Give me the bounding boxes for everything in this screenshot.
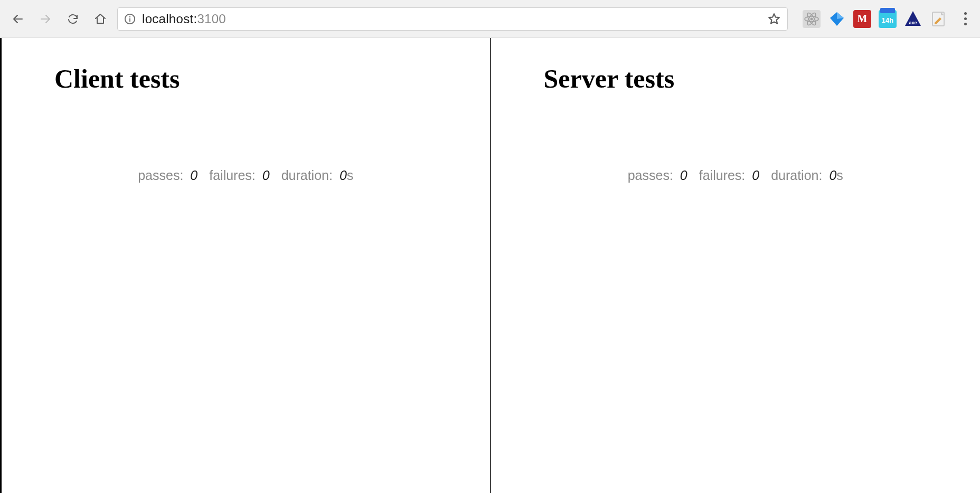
duration-value: 0	[829, 168, 836, 183]
server-failures: failures: 0	[699, 168, 759, 183]
extension-timer[interactable]: 14h	[879, 10, 897, 28]
extension-mendeley[interactable]: M	[853, 10, 871, 28]
menu-dot-icon	[964, 17, 967, 20]
svg-rect-2	[129, 18, 130, 21]
passes-label: passes:	[138, 168, 183, 183]
extension-mendeley-label: M	[858, 13, 868, 25]
client-tests-stats: passes: 0 failures: 0 duration: 0s	[2, 168, 490, 183]
url-host: localhost:	[142, 12, 197, 26]
duration-label: duration:	[281, 168, 333, 183]
url-port: 3100	[197, 12, 226, 26]
extension-timer-label: 14h	[882, 17, 893, 24]
site-info-icon[interactable]	[124, 13, 136, 25]
server-tests-stats: passes: 0 failures: 0 duration: 0s	[491, 168, 981, 183]
passes-value: 0	[190, 168, 197, 183]
extensions-area: M 14h axe	[797, 10, 973, 28]
failures-label: failures:	[699, 168, 746, 183]
duration-unit: s	[347, 168, 354, 183]
menu-dot-icon	[964, 12, 967, 15]
passes-value: 0	[680, 168, 687, 183]
browser-menu-button[interactable]	[958, 11, 973, 27]
home-icon	[94, 13, 107, 25]
svg-point-1	[129, 16, 130, 17]
note-icon	[929, 10, 947, 28]
client-passes: passes: 0	[138, 168, 197, 183]
server-tests-panel: Server tests passes: 0 failures: 0 durat…	[491, 38, 981, 493]
nav-buttons	[11, 12, 108, 26]
extension-note[interactable]	[929, 10, 947, 28]
axe-icon: axe	[904, 10, 922, 28]
react-icon	[803, 10, 821, 28]
failures-value: 0	[262, 168, 270, 183]
diamond-icon	[828, 10, 846, 28]
duration-value: 0	[340, 168, 347, 183]
client-tests-title: Client tests	[54, 63, 490, 94]
reload-icon	[67, 13, 79, 25]
back-button[interactable]	[11, 12, 25, 26]
page-content: Client tests passes: 0 failures: 0 durat…	[0, 38, 980, 493]
server-duration: duration: 0s	[771, 168, 843, 183]
server-passes: passes: 0	[628, 168, 687, 183]
duration-unit: s	[836, 168, 843, 183]
address-bar[interactable]: localhost:3100	[117, 7, 788, 31]
bookmark-button[interactable]	[767, 12, 781, 26]
url-text: localhost:3100	[142, 12, 761, 26]
home-button[interactable]	[93, 12, 108, 26]
arrow-left-icon	[12, 13, 24, 25]
arrow-right-icon	[39, 13, 52, 25]
reload-button[interactable]	[65, 12, 80, 26]
timer-bar-icon	[880, 8, 895, 13]
svg-text:axe: axe	[909, 20, 917, 25]
client-duration: duration: 0s	[281, 168, 354, 183]
failures-label: failures:	[209, 168, 256, 183]
failures-value: 0	[752, 168, 759, 183]
svg-point-3	[811, 17, 813, 20]
server-tests-title: Server tests	[544, 63, 981, 94]
client-tests-panel: Client tests passes: 0 failures: 0 durat…	[2, 38, 491, 493]
menu-dot-icon	[964, 23, 967, 25]
extension-react-devtools[interactable]	[803, 10, 821, 28]
extension-axe[interactable]: axe	[904, 10, 922, 28]
extension-diamond[interactable]	[828, 10, 846, 28]
duration-label: duration:	[771, 168, 822, 183]
browser-toolbar: localhost:3100 M 14h	[0, 0, 980, 38]
forward-button[interactable]	[38, 12, 53, 26]
client-failures: failures: 0	[209, 168, 269, 183]
passes-label: passes:	[628, 168, 673, 183]
star-icon	[767, 12, 781, 26]
